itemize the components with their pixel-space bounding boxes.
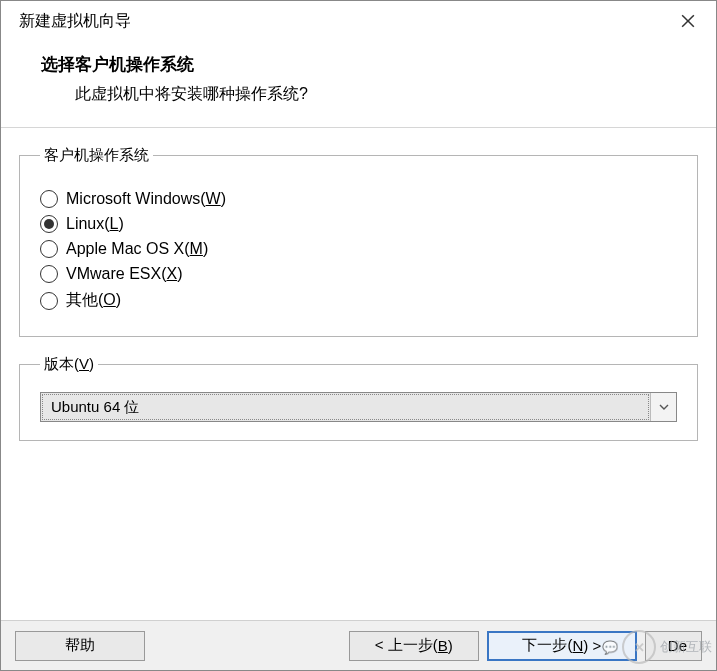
radio-label: VMware ESX(X) bbox=[66, 265, 182, 283]
radio-linux[interactable]: Linux(L) bbox=[40, 215, 677, 233]
version-selected: Ubuntu 64 位 bbox=[41, 393, 650, 421]
version-dropdown[interactable]: Ubuntu 64 位 bbox=[40, 392, 677, 422]
radio-macos[interactable]: Apple Mac OS X(M) bbox=[40, 240, 677, 258]
page-subtitle: 此虚拟机中将安装哪种操作系统? bbox=[41, 84, 698, 105]
cancel-button[interactable]: De bbox=[645, 631, 702, 661]
radio-label: Apple Mac OS X(M) bbox=[66, 240, 208, 258]
page-title: 选择客户机操作系统 bbox=[41, 53, 698, 76]
titlebar: 新建虚拟机向导 bbox=[1, 1, 716, 41]
radio-label: 其他(O) bbox=[66, 290, 121, 311]
version-legend: 版本(V) bbox=[40, 355, 98, 374]
chevron-down-icon[interactable] bbox=[650, 393, 676, 421]
header: 选择客户机操作系统 此虚拟机中将安装哪种操作系统? bbox=[1, 41, 716, 127]
radio-icon bbox=[40, 292, 58, 310]
next-button[interactable]: 下一步(N) > bbox=[487, 631, 637, 661]
radio-icon bbox=[40, 215, 58, 233]
radio-label: Linux(L) bbox=[66, 215, 124, 233]
os-legend: 客户机操作系统 bbox=[40, 146, 153, 165]
close-icon[interactable] bbox=[668, 1, 708, 41]
radio-other[interactable]: 其他(O) bbox=[40, 290, 677, 311]
radio-icon bbox=[40, 240, 58, 258]
os-fieldset: 客户机操作系统 Microsoft Windows(W) Linux(L) Ap… bbox=[19, 146, 698, 337]
window-title: 新建虚拟机向导 bbox=[19, 11, 668, 32]
body: 客户机操作系统 Microsoft Windows(W) Linux(L) Ap… bbox=[1, 128, 716, 620]
radio-label: Microsoft Windows(W) bbox=[66, 190, 226, 208]
radio-icon bbox=[40, 190, 58, 208]
help-button[interactable]: 帮助 bbox=[15, 631, 145, 661]
radio-windows[interactable]: Microsoft Windows(W) bbox=[40, 190, 677, 208]
footer: 帮助 < 上一步(B) 下一步(N) > De 💬 ✕ 创新互联 bbox=[1, 620, 716, 670]
footer-buttons: < 上一步(B) 下一步(N) > De bbox=[349, 631, 702, 661]
back-button[interactable]: < 上一步(B) bbox=[349, 631, 479, 661]
radio-icon bbox=[40, 265, 58, 283]
wizard-window: 新建虚拟机向导 选择客户机操作系统 此虚拟机中将安装哪种操作系统? 客户机操作系… bbox=[0, 0, 717, 671]
radio-vmware-esx[interactable]: VMware ESX(X) bbox=[40, 265, 677, 283]
version-fieldset: 版本(V) Ubuntu 64 位 bbox=[19, 355, 698, 441]
